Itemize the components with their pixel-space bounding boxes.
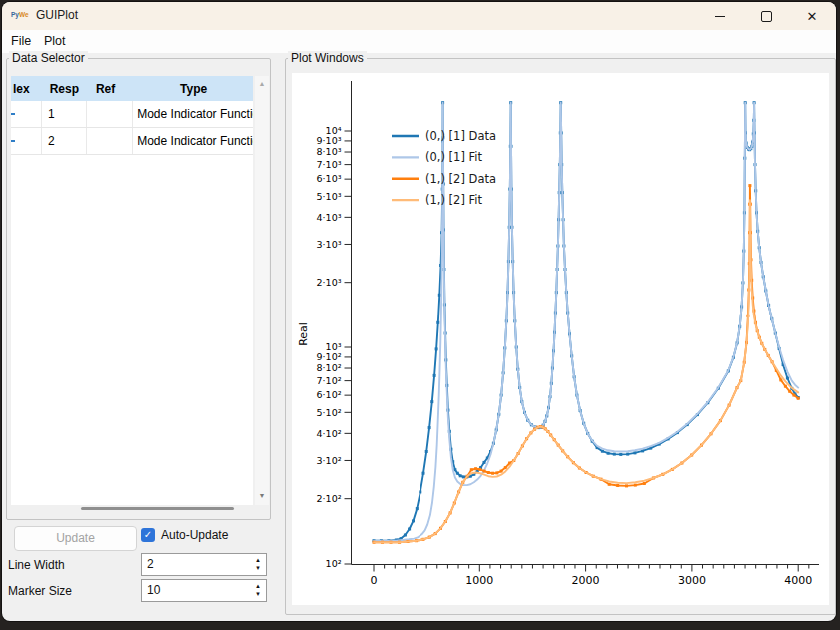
svg-text:2·10³: 2·10³ <box>317 277 342 288</box>
app-icon: PyWe <box>11 11 29 18</box>
svg-text:5·10²: 5·10² <box>317 407 342 418</box>
svg-text:0: 0 <box>371 574 378 587</box>
minimize-button[interactable] <box>697 2 743 30</box>
ref-cell <box>87 101 134 127</box>
data-table[interactable]: lex Resp Ref Type 1 Mode Indicator Funct… <box>11 76 253 505</box>
svg-text:(1,) [2] Fit: (1,) [2] Fit <box>425 193 483 207</box>
svg-text:1000: 1000 <box>465 574 493 587</box>
index-color-mark <box>11 113 15 115</box>
data-selector-title: Data Selector <box>9 51 88 65</box>
line-width-label: Line Width <box>8 558 65 572</box>
spin-up-icon[interactable]: ▲ <box>255 557 261 564</box>
index-cell <box>11 101 42 127</box>
menu-plot[interactable]: Plot <box>44 34 66 48</box>
type-cell: Mode Indicator Function <box>133 128 253 154</box>
svg-text:3·10³: 3·10³ <box>317 239 342 250</box>
svg-text:10²: 10² <box>326 558 342 569</box>
svg-text:8·10³: 8·10³ <box>317 146 342 157</box>
line-width-spinbox[interactable]: 2 ▲▼ <box>141 553 267 576</box>
table-row[interactable]: 1 Mode Indicator Function <box>11 101 253 128</box>
type-cell: Mode Indicator Function <box>133 101 253 127</box>
column-header-resp[interactable]: Resp <box>44 82 88 96</box>
svg-text:2000: 2000 <box>572 574 600 587</box>
close-icon: ✕ <box>807 10 818 23</box>
svg-text:(0,) [1] Data: (0,) [1] Data <box>425 129 496 143</box>
marker-size-value: 10 <box>147 583 160 597</box>
svg-text:3·10²: 3·10² <box>317 455 342 466</box>
spin-down-icon[interactable]: ▼ <box>255 565 261 572</box>
svg-text:7·10³: 7·10³ <box>317 159 342 170</box>
table-row[interactable]: 2 Mode Indicator Function <box>11 128 253 155</box>
svg-text:(1,) [2] Data: (1,) [2] Data <box>425 172 496 186</box>
spin-up-icon[interactable]: ▲ <box>255 583 261 590</box>
index-cell <box>11 128 42 154</box>
plot-windows-title: Plot Windows <box>288 51 367 65</box>
resp-cell: 1 <box>42 101 87 127</box>
spin-down-icon[interactable]: ▼ <box>255 591 261 598</box>
table-header: lex Resp Ref Type <box>11 76 253 101</box>
scroll-up-icon[interactable]: ▲ <box>255 80 269 87</box>
svg-text:2·10²: 2·10² <box>317 493 342 504</box>
data-selector-group: Data Selector lex Resp Ref Type 1 Mode I… <box>6 58 271 520</box>
svg-text:7·10²: 7·10² <box>317 375 342 386</box>
svg-text:6·10²: 6·10² <box>317 389 342 400</box>
window-controls: ✕ <box>697 2 835 30</box>
line-width-value: 2 <box>147 557 154 571</box>
svg-text:4000: 4000 <box>784 574 812 587</box>
window-title: GUIPlot <box>36 8 78 22</box>
check-icon: ✓ <box>144 529 152 540</box>
svg-text:Real: Real <box>297 322 310 346</box>
menu-file[interactable]: File <box>11 34 31 48</box>
column-header-type[interactable]: Type <box>134 82 253 96</box>
table-horizontal-scrollbar[interactable] <box>81 507 234 510</box>
column-header-ref[interactable]: Ref <box>88 82 134 96</box>
marker-size-label: Marker Size <box>8 584 72 598</box>
svg-text:(0,) [1] Fit: (0,) [1] Fit <box>425 150 483 164</box>
maximize-icon <box>761 11 772 22</box>
svg-text:9·10²: 9·10² <box>317 351 342 362</box>
ref-cell <box>87 128 134 154</box>
app-window: PyWe GUIPlot ✕ File Plot Data Selector l… <box>2 2 836 621</box>
table-vertical-scrollbar[interactable]: ▲ ▼ <box>255 76 269 505</box>
svg-text:4·10²: 4·10² <box>317 428 342 439</box>
svg-text:3000: 3000 <box>678 574 706 587</box>
svg-text:9·10³: 9·10³ <box>317 135 342 146</box>
scroll-down-icon[interactable]: ▼ <box>255 492 269 499</box>
auto-update-checkbox[interactable]: ✓ <box>141 528 155 542</box>
marker-size-spinbox[interactable]: 10 ▲▼ <box>141 579 267 602</box>
svg-text:5·10³: 5·10³ <box>317 191 342 202</box>
menubar: File Plot <box>2 30 836 53</box>
update-button[interactable]: Update <box>14 526 137 551</box>
column-header-index[interactable]: lex <box>11 82 44 96</box>
svg-text:4·10³: 4·10³ <box>317 212 342 223</box>
resp-cell: 2 <box>42 128 87 154</box>
svg-text:8·10²: 8·10² <box>317 362 342 373</box>
plot-svg[interactable]: 0100020003000400010⁴9·10³8·10³7·10³6·10³… <box>292 73 829 605</box>
auto-update-label[interactable]: Auto-Update <box>161 528 228 542</box>
titlebar: PyWe GUIPlot ✕ <box>2 2 836 30</box>
close-button[interactable]: ✕ <box>789 2 835 30</box>
index-color-mark <box>11 140 15 142</box>
maximize-button[interactable] <box>743 2 789 30</box>
minimize-icon <box>715 16 725 17</box>
plot-canvas[interactable]: 0100020003000400010⁴9·10³8·10³7·10³6·10³… <box>292 73 829 605</box>
svg-text:6·10³: 6·10³ <box>317 173 342 184</box>
